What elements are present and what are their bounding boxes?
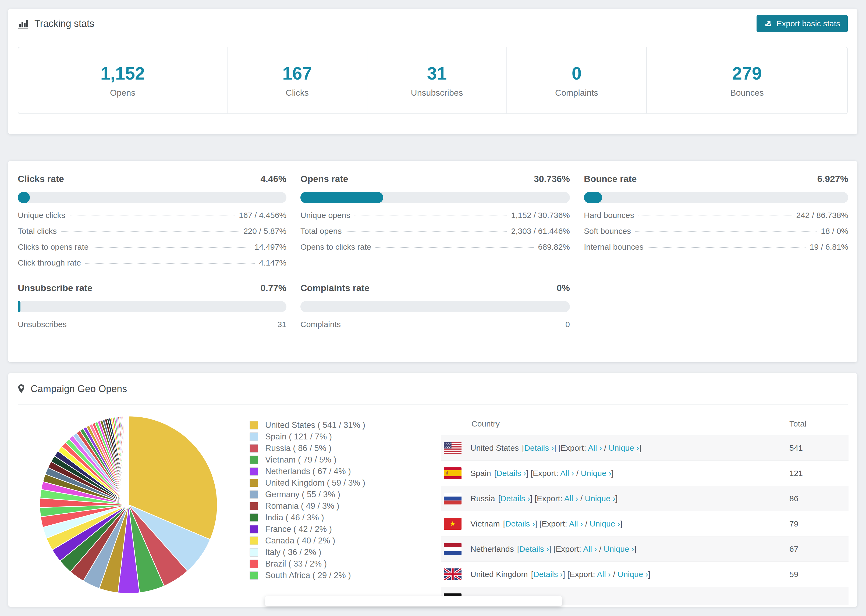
export-prefix: ] [Export: bbox=[554, 443, 588, 452]
dotted-leader bbox=[354, 215, 507, 216]
bracket-close: ] bbox=[648, 570, 650, 579]
export-prefix: ] [Export: bbox=[526, 469, 560, 478]
dotted-leader bbox=[70, 215, 235, 216]
rate-row-value: 0 bbox=[565, 320, 570, 329]
export-unique-link[interactable]: Unique › bbox=[604, 545, 634, 553]
export-prefix: ] [Export: bbox=[563, 570, 597, 579]
stat-label-complaints: Complaints bbox=[555, 88, 598, 98]
rate-row-value: 167 / 4.456% bbox=[239, 211, 287, 220]
total-cell: 121 bbox=[789, 469, 849, 478]
rate-block-clicks-rate: Clicks rate4.46%Unique clicks167 / 4.456… bbox=[18, 174, 287, 274]
rate-row-label: Complaints bbox=[301, 320, 341, 329]
legend-item-romania: Romania ( 49 / 3% ) bbox=[250, 500, 365, 512]
export-unique-link[interactable]: Unique › bbox=[617, 570, 648, 579]
details-link[interactable]: Details › bbox=[496, 469, 526, 478]
legend-item-vietnam: Vietnam ( 79 / 5% ) bbox=[250, 454, 365, 465]
geo-table-body: United States[Details ›] [Export: All › … bbox=[441, 435, 849, 605]
geo-title-row: Campaign Geo Opens bbox=[18, 383, 127, 394]
bracket-open: [ bbox=[503, 519, 505, 528]
export-unique-link[interactable]: Unique › bbox=[585, 494, 615, 503]
rate-title: Opens rate bbox=[301, 174, 348, 184]
legend-item-united-states: United States ( 541 / 31% ) bbox=[250, 419, 365, 431]
progress-fill bbox=[301, 192, 383, 203]
map-pin-icon bbox=[18, 384, 25, 394]
legend-item-south-africa: South Africa ( 29 / 2% ) bbox=[250, 569, 365, 581]
legend-swatch-netherlands bbox=[250, 467, 258, 476]
details-link[interactable]: Details › bbox=[519, 545, 549, 553]
rate-row-click-through-rate: Click through rate4.147% bbox=[18, 258, 287, 274]
rate-row-total-clicks: Total clicks220 / 5.87% bbox=[18, 226, 287, 242]
export-all-link[interactable]: All › bbox=[583, 545, 597, 553]
page-title: Tracking stats bbox=[35, 18, 94, 29]
country-name: Russia bbox=[471, 494, 495, 503]
table-row-netherlands: Netherlands[Details ›] [Export: All › / … bbox=[441, 536, 849, 561]
progress-bar-unsubscribe-rate bbox=[18, 301, 287, 312]
rate-row-label: Soft bounces bbox=[584, 226, 631, 236]
details-link[interactable]: Details › bbox=[524, 443, 554, 452]
us-flag-icon bbox=[444, 442, 461, 454]
progress-fill bbox=[584, 192, 602, 203]
dotted-leader bbox=[638, 215, 792, 216]
geo-legend: United States ( 541 / 31% )Spain ( 121 /… bbox=[250, 419, 365, 581]
export-all-link[interactable]: All › bbox=[560, 469, 574, 478]
legend-label: Netherlands ( 67 / 4% ) bbox=[265, 467, 351, 476]
rate-head-unsubscribe-rate: Unsubscribe rate0.77% bbox=[18, 283, 287, 298]
rate-row-value: 14.497% bbox=[255, 242, 287, 251]
es-flag-icon bbox=[444, 467, 461, 479]
legend-label: Germany ( 55 / 3% ) bbox=[265, 490, 340, 499]
export-all-link[interactable]: All › bbox=[597, 570, 611, 579]
country-name: United States bbox=[471, 443, 519, 452]
legend-label: United States ( 541 / 31% ) bbox=[265, 420, 365, 430]
export-button-label: Export basic stats bbox=[776, 19, 840, 28]
export-unique-link[interactable]: Unique › bbox=[589, 519, 620, 528]
export-all-link[interactable]: All › bbox=[564, 494, 578, 503]
rate-detail-rows: Unique opens1,152 / 30.736%Total opens2,… bbox=[301, 211, 570, 258]
rate-row-label: Clicks to opens rate bbox=[18, 242, 88, 251]
stat-card-opens: 1,152Opens bbox=[18, 47, 227, 113]
rate-row-label: Click through rate bbox=[18, 258, 81, 267]
rate-title: Bounce rate bbox=[584, 174, 637, 184]
details-link[interactable]: Details › bbox=[505, 519, 535, 528]
dotted-leader bbox=[71, 325, 273, 325]
rates-card: Clicks rate4.46%Unique clicks167 / 4.456… bbox=[8, 161, 857, 362]
column-header-country: Country bbox=[441, 419, 789, 428]
details-link[interactable]: Details › bbox=[501, 494, 530, 503]
table-row-vietnam: Vietnam[Details ›] [Export: All › / Uniq… bbox=[441, 511, 849, 536]
stat-value-opens: 1,152 bbox=[101, 63, 145, 83]
country-cell: Spain[Details ›] [Export: All › / Unique… bbox=[441, 467, 789, 479]
vn-flag-icon bbox=[444, 518, 461, 530]
legend-item-russia: Russia ( 86 / 5% ) bbox=[250, 442, 365, 454]
stat-card-complaints: 0Complaints bbox=[506, 47, 646, 113]
details-link[interactable]: Details › bbox=[533, 570, 563, 579]
rate-row-value: 689.82% bbox=[538, 242, 570, 251]
pie-slice-other[interactable] bbox=[128, 416, 129, 505]
rate-row-internal-bounces: Internal bounces19 / 6.81% bbox=[584, 242, 848, 258]
legend-label: France ( 42 / 2% ) bbox=[265, 524, 332, 534]
rate-block-bounce-rate: Bounce rate6.927%Hard bounces242 / 86.73… bbox=[584, 174, 848, 274]
export-unique-link[interactable]: Unique › bbox=[609, 443, 639, 452]
export-prefix: ] [Export: bbox=[535, 519, 569, 528]
link-separator: / bbox=[611, 570, 617, 579]
rate-detail-rows: Complaints0 bbox=[301, 320, 570, 336]
ru-flag-icon bbox=[444, 493, 461, 504]
stat-value-bounces: 279 bbox=[732, 63, 762, 83]
dotted-leader bbox=[346, 231, 507, 232]
rate-head-bounce-rate: Bounce rate6.927% bbox=[584, 174, 848, 189]
rate-row-value: 2,303 / 61.446% bbox=[511, 226, 570, 236]
tracking-stats-card: Tracking stats Export basic stats 1,152O… bbox=[8, 9, 857, 134]
rate-row-value: 18 / 0% bbox=[821, 226, 848, 236]
export-all-link[interactable]: All › bbox=[588, 443, 602, 452]
export-unique-link[interactable]: Unique › bbox=[581, 469, 611, 478]
bracket-close: ] bbox=[620, 519, 622, 528]
rate-value: 4.46% bbox=[261, 174, 287, 184]
geo-country-table: Country Total United States[Details ›] [… bbox=[441, 412, 849, 605]
dotted-leader bbox=[85, 263, 255, 264]
export-all-link[interactable]: All › bbox=[569, 519, 583, 528]
country-name: Spain bbox=[471, 469, 491, 478]
legend-item-spain: Spain ( 121 / 7% ) bbox=[250, 431, 365, 442]
legend-item-italy: Italy ( 36 / 2% ) bbox=[250, 546, 365, 558]
legend-swatch-italy bbox=[250, 548, 258, 556]
stats-summary-row: 1,152Opens167Clicks31Unsubscribes0Compla… bbox=[18, 47, 848, 114]
rate-row-unsubscribes: Unsubscribes31 bbox=[18, 320, 287, 336]
export-basic-stats-button[interactable]: Export basic stats bbox=[757, 15, 848, 32]
